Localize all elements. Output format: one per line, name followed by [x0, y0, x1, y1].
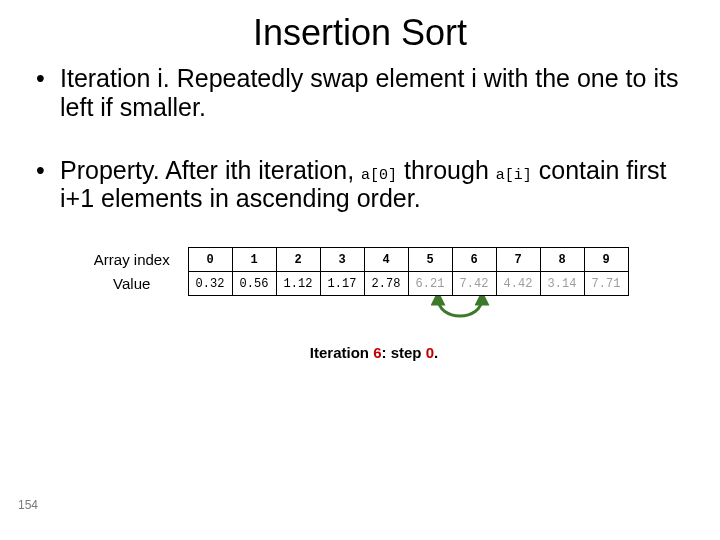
array-table: Array index 0 1 2 3 4 5 6 7 8 9 Value 0.…: [84, 247, 629, 296]
array-table-wrap: Array index 0 1 2 3 4 5 6 7 8 9 Value 0.…: [84, 247, 686, 361]
idx-cell: 7: [496, 248, 540, 272]
idx-cell: 4: [364, 248, 408, 272]
bullet-property: Property. After ith iteration, a[0] thro…: [56, 156, 686, 214]
row-header-index: Array index: [84, 248, 188, 272]
bullet-iteration: Iteration i. Repeatedly swap element i w…: [56, 64, 686, 122]
code-ai: a[i]: [496, 167, 532, 184]
val-cell: 3.14: [540, 272, 584, 296]
val-cell: 1.17: [320, 272, 364, 296]
val-cell: 0.32: [188, 272, 232, 296]
bullet-list: Iteration i. Repeatedly swap element i w…: [56, 64, 686, 213]
idx-cell: 2: [276, 248, 320, 272]
val-cell: 1.12: [276, 272, 320, 296]
caption-text-a: Iteration: [310, 344, 373, 361]
caption-step: 0: [426, 344, 434, 361]
caption-text-c: .: [434, 344, 438, 361]
bullet-property-text-a: Property. After ith iteration,: [60, 156, 361, 184]
idx-cell: 8: [540, 248, 584, 272]
row-header-value: Value: [84, 272, 188, 296]
val-cell: 2.78: [364, 272, 408, 296]
page-number: 154: [18, 498, 38, 512]
table-row-index: Array index 0 1 2 3 4 5 6 7 8 9: [84, 248, 628, 272]
swap-arrow-icon: [216, 296, 656, 336]
code-a0: a[0]: [361, 167, 397, 184]
table-row-value: Value 0.32 0.56 1.12 1.17 2.78 6.21 7.42…: [84, 272, 628, 296]
bullet-property-text-b: through: [397, 156, 496, 184]
idx-cell: 1: [232, 248, 276, 272]
idx-cell: 0: [188, 248, 232, 272]
val-cell: 7.71: [584, 272, 628, 296]
val-cell: 4.42: [496, 272, 540, 296]
idx-cell: 3: [320, 248, 364, 272]
bullet-iteration-text: Iteration i. Repeatedly swap element i w…: [60, 64, 678, 121]
iteration-caption: Iteration 6: step 0.: [62, 344, 686, 361]
val-cell: 6.21: [408, 272, 452, 296]
page-title: Insertion Sort: [34, 12, 686, 54]
idx-cell: 6: [452, 248, 496, 272]
caption-text-b: : step: [381, 344, 425, 361]
val-cell: 7.42: [452, 272, 496, 296]
idx-cell: 9: [584, 248, 628, 272]
val-cell: 0.56: [232, 272, 276, 296]
idx-cell: 5: [408, 248, 452, 272]
